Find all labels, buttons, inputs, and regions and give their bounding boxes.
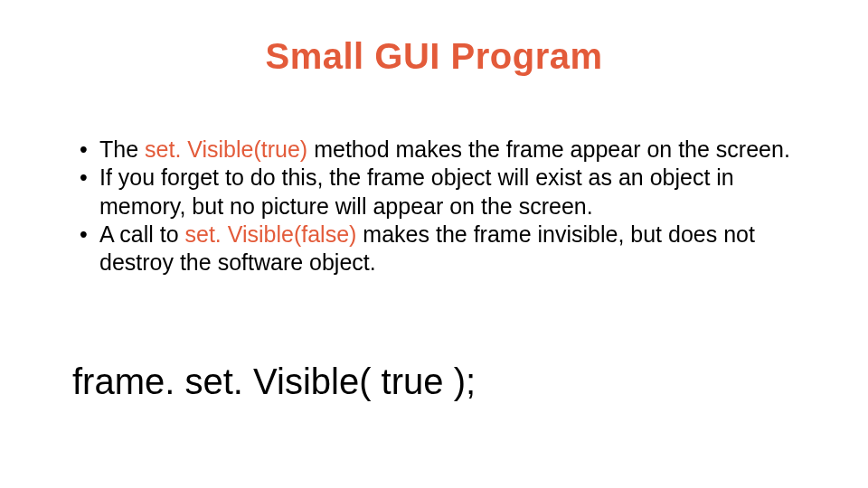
- bullet-item: The set. Visible(true) method makes the …: [72, 136, 814, 164]
- bullet-text-pre: The: [99, 136, 145, 162]
- code-line: frame. set. Visible( true );: [72, 361, 476, 402]
- slide-title: Small GUI Program: [0, 36, 868, 77]
- bullet-list: The set. Visible(true) method makes the …: [72, 136, 814, 277]
- bullet-text-post: method makes the frame appear on the scr…: [307, 136, 790, 162]
- bullet-item: If you forget to do this, the frame obje…: [72, 164, 814, 221]
- bullet-text: If you forget to do this, the frame obje…: [99, 164, 734, 218]
- slide: Small GUI Program The set. Visible(true)…: [0, 0, 868, 488]
- bullet-text-pre: A call to: [99, 221, 185, 247]
- bullet-text-highlight: set. Visible(false): [185, 221, 357, 247]
- bullet-text-highlight: set. Visible(true): [145, 136, 307, 162]
- bullet-item: A call to set. Visible(false) makes the …: [72, 221, 814, 277]
